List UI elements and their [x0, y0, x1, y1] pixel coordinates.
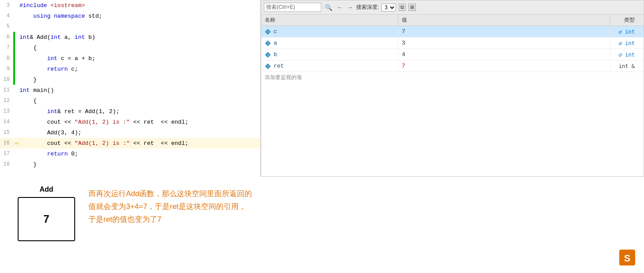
- watch-add-row[interactable]: 添加要监视的项: [261, 72, 644, 83]
- line-num-17: 17: [0, 151, 13, 157]
- watch-row-c[interactable]: c 7 ↺ int: [261, 26, 644, 38]
- line-num-4: 4: [0, 13, 13, 19]
- line-content-14: cout << "Add(1, 2) is :" << ret << endl;: [19, 119, 260, 125]
- code-line-15: 15 Add(3, 4);: [0, 127, 260, 138]
- header-name: 名称: [261, 15, 398, 26]
- watch-row-a-type: ↺ int: [610, 39, 644, 47]
- depth-select[interactable]: 3 1 2 4 5: [381, 4, 396, 11]
- search-icon-btn[interactable]: 🔍: [324, 4, 333, 11]
- watch-row-ret[interactable]: ret 7 int &: [261, 61, 644, 72]
- watch-row-c-type: ↺ int: [610, 27, 644, 36]
- line-num-14: 14: [0, 119, 13, 125]
- watch-row-b-type: ↺ int: [610, 50, 644, 59]
- line-num-13: 13: [0, 108, 13, 114]
- line-content-11: int main(): [19, 87, 260, 94]
- line-num-12: 12: [0, 98, 13, 104]
- code-line-13: 13 int& ret = Add(1, 2);: [0, 106, 260, 117]
- code-line-12: 12 {: [0, 95, 260, 106]
- search-placeholder: 搜索(Ctrl+E): [266, 4, 295, 11]
- line-content-16: cout << "Add(1, 2) is :" << ret << endl;: [19, 140, 260, 147]
- code-panel: 3 #include <iostream> 4 using namespace …: [0, 0, 261, 177]
- bottom-section: Add 7 而再次运行Add函数，那么这块空间里面所返回的值就会变为3+4=7，…: [0, 177, 644, 273]
- code-line-16: 16 ⇒ cout << "Add(1, 2) is :" << ret << …: [0, 138, 260, 148]
- watch-row-b-val: 4: [398, 50, 610, 59]
- watch-add-label: 添加要监视的项: [265, 74, 302, 80]
- code-line-17: 17 return 0;: [0, 148, 260, 159]
- line-num-18: 18: [0, 161, 13, 167]
- line-num-7: 7: [0, 45, 13, 51]
- code-line-4: 4 using namespace std;: [0, 11, 260, 21]
- line-content-10: }: [19, 76, 260, 83]
- watch-row-ret-varname: ret: [274, 63, 284, 69]
- var-icon-c: [265, 29, 271, 35]
- watch-row-ret-name: ret: [261, 62, 398, 70]
- line-content-13: int& ret = Add(1, 2);: [19, 108, 260, 115]
- back-btn[interactable]: ←: [336, 4, 343, 11]
- line-num-5: 5: [0, 23, 13, 30]
- line-num-8: 8: [0, 55, 13, 61]
- line-content-17: return 0;: [19, 151, 260, 157]
- var-icon-ret: [265, 63, 271, 69]
- watch-row-c-val: 7: [398, 27, 610, 36]
- line-content-9: return c;: [19, 66, 260, 72]
- watch-table: 名称 值 类型 c 7 ↺ int: [261, 15, 644, 176]
- line-num-3: 3: [0, 2, 13, 8]
- code-line-8: 8 int c = a + b;: [0, 53, 260, 64]
- add-function-label: Add: [39, 186, 53, 193]
- watch-row-a-varname: a: [274, 40, 277, 46]
- code-line-14: 14 cout << "Add(1, 2) is :" << ret << en…: [0, 117, 260, 127]
- code-line-18: 18 }: [0, 159, 260, 170]
- line-content-3: #include <iostream>: [19, 2, 260, 9]
- watch-row-a[interactable]: a 3 ↺ int: [261, 38, 644, 49]
- table-icon: ⊞: [410, 4, 414, 10]
- memory-box: 7: [18, 197, 75, 241]
- watch-toolbar: 搜索(Ctrl+E) 🔍 ← → 搜索深度: 3 1 2 4 5 ⧉: [261, 0, 644, 15]
- svg-text:S: S: [624, 253, 631, 264]
- copy-icon-btn[interactable]: ⧉: [399, 4, 406, 11]
- watch-row-b-name: b: [261, 50, 398, 59]
- watch-panel: 搜索(Ctrl+E) 🔍 ← → 搜索深度: 3 1 2 4 5 ⧉: [261, 0, 644, 177]
- code-line-3: 3 #include <iostream>: [0, 0, 260, 11]
- line-num-16: 16: [0, 140, 13, 146]
- forward-btn[interactable]: →: [346, 4, 354, 11]
- search-icon: 🔍: [325, 4, 332, 11]
- logo-area: S: [619, 250, 635, 268]
- watch-row-c-varname: c: [274, 28, 277, 35]
- search-box[interactable]: 搜索(Ctrl+E): [264, 3, 321, 12]
- line-content-12: {: [19, 98, 260, 104]
- code-line-11: 11 int main(): [0, 85, 260, 95]
- watch-row-c-name: c: [261, 27, 398, 36]
- watch-row-ret-val: 7: [398, 62, 610, 70]
- line-content-15: Add(3, 4);: [19, 129, 260, 136]
- var-icon-a: [265, 40, 271, 46]
- line-content-7: {: [19, 45, 260, 51]
- line-content-6: int& Add(int a, int b): [19, 34, 260, 41]
- watch-row-a-val: 3: [398, 39, 610, 47]
- watch-row-b[interactable]: b 4 ↺ int: [261, 49, 644, 61]
- code-lines: 3 #include <iostream> 4 using namespace …: [0, 0, 260, 170]
- explanation-text: 而再次运行Add函数，那么这块空间里面所返回的值就会变为3+4=7，于是ret是…: [88, 186, 252, 226]
- line-num-6: 6: [0, 34, 13, 40]
- copy-icon: ⧉: [400, 4, 404, 10]
- back-icon: ←: [337, 4, 343, 11]
- code-line-9: 9 return c;: [0, 64, 260, 74]
- header-val: 值: [398, 15, 610, 26]
- table-icon-btn[interactable]: ⊞: [408, 4, 416, 11]
- s-logo-icon: S: [619, 250, 635, 265]
- memory-value: 7: [43, 213, 49, 225]
- line-num-9: 9: [0, 66, 13, 72]
- var-icon-b: [265, 52, 271, 58]
- line-num-15: 15: [0, 129, 13, 136]
- add-label-col: Add 7: [18, 186, 75, 241]
- code-line-6: 6 int& Add(int a, int b): [0, 32, 260, 42]
- code-line-7: 7 {: [0, 42, 260, 53]
- line-num-11: 11: [0, 87, 13, 93]
- watch-row-a-name: a: [261, 39, 398, 47]
- line-content-4: using namespace std;: [19, 13, 260, 19]
- header-type: 类型: [610, 15, 644, 26]
- watch-table-header: 名称 值 类型: [261, 15, 644, 26]
- line-content-8: int c = a + b;: [19, 55, 260, 62]
- watch-row-ret-type: int &: [610, 62, 644, 70]
- forward-icon: →: [347, 4, 353, 11]
- code-line-10: 10 }: [0, 74, 260, 85]
